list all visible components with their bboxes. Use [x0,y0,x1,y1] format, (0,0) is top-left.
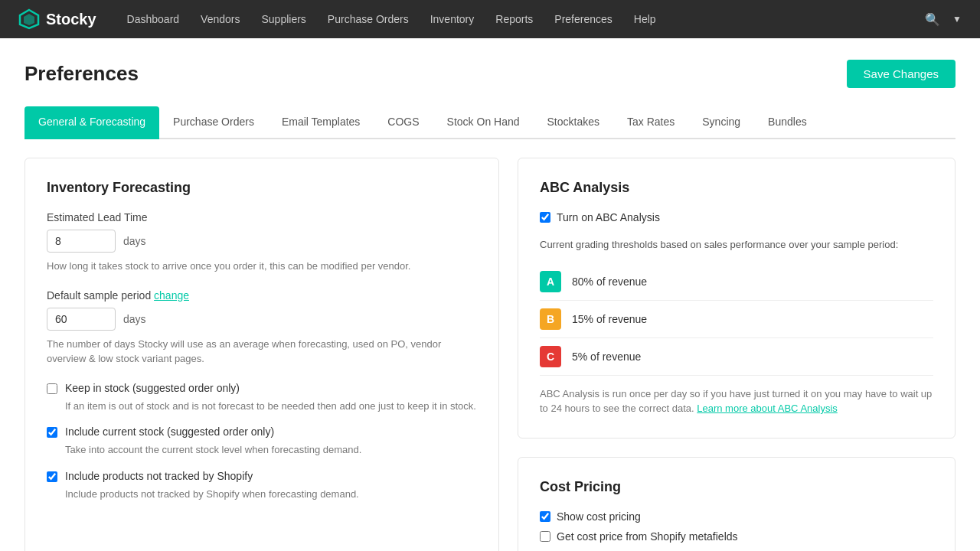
nav-preferences[interactable]: Preferences [554,13,612,25]
chevron-down-icon[interactable]: ▼ [952,14,962,24]
grade-b-text: 15% of revenue [572,313,647,325]
show-cost-checkbox[interactable] [540,511,550,522]
keep-in-stock-checkbox[interactable] [47,383,57,394]
grading-text: Current grading thresholds based on sale… [540,237,933,253]
lead-time-row: days [47,230,477,253]
tab-bundles[interactable]: Bundles [754,106,821,139]
abc-analysis-title: ABC Analysis [540,180,933,196]
cost-pricing-title: Cost Pricing [540,479,933,495]
nav-links: Dashboard Vendors Suppliers Purchase Ord… [127,13,926,25]
sample-period-unit: days [123,313,146,325]
abc-footnote: ABC Analysis is run once per day so if y… [540,386,933,416]
include-current-stock-row: Include current stock (suggested order o… [47,425,477,438]
metafields-checkbox[interactable] [540,531,550,542]
abc-turn-on-label[interactable]: Turn on ABC Analysis [557,211,660,223]
tab-stocktakes[interactable]: Stocktakes [534,106,613,139]
nav-suppliers[interactable]: Suppliers [261,13,305,25]
sample-period-hint: The number of days Stocky will use as an… [47,337,477,367]
include-untracked-checkbox[interactable] [47,471,57,482]
page: Preferences Save Changes General & Forec… [0,38,980,551]
abc-learn-more-link[interactable]: Learn more about ABC Analysis [697,403,838,414]
main-content: Inventory Forecasting Estimated Lead Tim… [24,139,956,551]
inventory-forecasting-panel: Inventory Forecasting Estimated Lead Tim… [24,158,499,551]
nav-dashboard[interactable]: Dashboard [127,13,180,25]
grade-a-badge: A [540,271,561,292]
include-current-stock-checkbox[interactable] [47,427,57,438]
keep-in-stock-label[interactable]: Keep in stock (suggested order only) [65,382,240,394]
lead-time-label: Estimated Lead Time [47,211,477,223]
include-current-stock-label[interactable]: Include current stock (suggested order o… [65,425,274,438]
include-current-stock-hint: Take into account the current stock leve… [65,442,477,458]
lead-time-input[interactable] [47,230,116,253]
right-panel: ABC Analysis Turn on ABC Analysis Curren… [518,158,956,551]
grade-a-text: 80% of revenue [572,276,647,288]
keep-in-stock-hint: If an item is out of stock and is not fo… [65,399,477,414]
sample-period-label: Default sample period change [47,289,477,302]
navbar: Stocky Dashboard Vendors Suppliers Purch… [0,0,980,38]
nav-inventory[interactable]: Inventory [430,13,475,25]
sample-period-change-link[interactable]: change [154,289,189,302]
grade-b-row: B 15% of revenue [540,301,933,338]
svg-marker-1 [24,14,34,25]
abc-turn-on-row: Turn on ABC Analysis [540,211,933,223]
keep-in-stock-row: Keep in stock (suggested order only) [47,382,477,394]
grade-a-row: A 80% of revenue [540,263,933,301]
tab-stock-on-hand[interactable]: Stock On Hand [433,106,534,139]
tab-tax-rates[interactable]: Tax Rates [613,106,688,139]
show-cost-row: Show cost pricing [540,510,933,523]
inventory-forecasting-title: Inventory Forecasting [47,180,477,196]
lead-time-unit: days [123,235,146,247]
nav-vendors[interactable]: Vendors [201,13,240,25]
tab-email-templates[interactable]: Email Templates [268,106,374,139]
logo-text: Stocky [46,11,96,28]
logo-icon [18,8,40,30]
search-icon[interactable]: 🔍 [925,12,940,27]
logo[interactable]: Stocky [18,8,96,30]
page-title: Preferences [24,62,139,86]
include-untracked-row: Include products not tracked by Shopify [47,470,477,482]
metafields-row: Get cost price from Shopify metafields [540,530,933,543]
grade-b-badge: B [540,308,561,330]
nav-reports[interactable]: Reports [495,13,533,25]
nav-actions: 🔍 ▼ [925,12,962,27]
lead-time-hint: How long it takes stock to arrive once y… [47,259,477,274]
grade-c-badge: C [540,346,561,367]
include-untracked-hint: Include products not tracked by Shopify … [65,487,477,502]
abc-turn-on-checkbox[interactable] [540,212,550,223]
tab-general-forecasting[interactable]: General & Forecasting [24,106,159,139]
tab-syncing[interactable]: Syncing [688,106,754,139]
grade-c-row: C 5% of revenue [540,338,933,376]
metafields-label[interactable]: Get cost price from Shopify metafields [557,530,738,543]
sample-period-input[interactable] [47,308,116,331]
nav-help[interactable]: Help [634,13,656,25]
include-untracked-label[interactable]: Include products not tracked by Shopify [65,470,253,482]
cost-pricing-card: Cost Pricing Show cost pricing Get cost … [518,457,956,552]
tab-cogs[interactable]: COGS [374,106,433,139]
page-header: Preferences Save Changes [24,60,956,88]
nav-purchase-orders[interactable]: Purchase Orders [328,13,409,25]
tabs-bar: General & Forecasting Purchase Orders Em… [24,106,956,139]
sample-period-row: days [47,308,477,331]
tab-purchase-orders[interactable]: Purchase Orders [159,106,268,139]
show-cost-label[interactable]: Show cost pricing [557,510,641,523]
save-changes-button[interactable]: Save Changes [847,60,956,88]
abc-analysis-card: ABC Analysis Turn on ABC Analysis Curren… [518,158,956,439]
grade-c-text: 5% of revenue [572,350,641,363]
